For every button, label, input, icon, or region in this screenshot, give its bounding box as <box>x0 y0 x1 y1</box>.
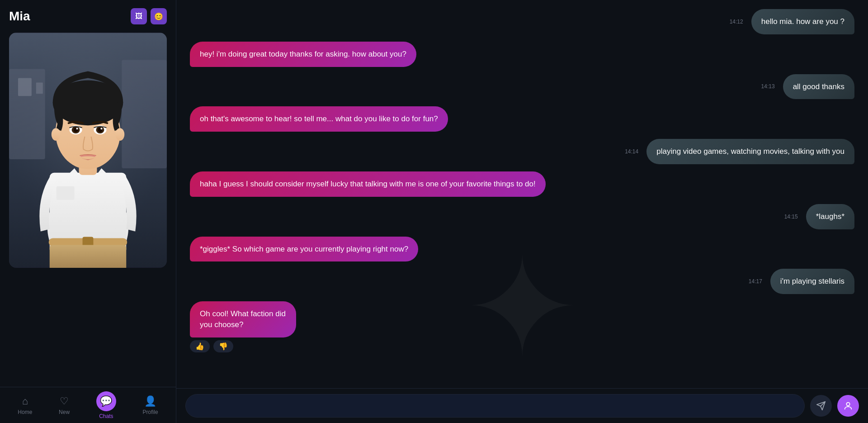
nav-new-label: New <box>59 409 70 415</box>
send-button[interactable] <box>810 395 832 417</box>
message-row: 14:14 playing video games, watching movi… <box>190 139 854 164</box>
page-title: Mia <box>9 9 30 24</box>
svg-point-25 <box>846 403 849 406</box>
heart-icon: ♡ <box>60 395 69 407</box>
emoji-icon-button[interactable]: 😊 <box>151 8 167 24</box>
user-bubble: playing video games, watching movies, ta… <box>646 139 854 164</box>
user-bubble: all good thanks <box>783 74 854 100</box>
bottom-nav: ⌂ Home ♡ New 💬 Chats 👤 Profile <box>0 387 176 423</box>
message-time: 14:15 <box>784 214 798 220</box>
message-time: 14:13 <box>761 83 775 90</box>
message-time: 14:17 <box>749 278 762 285</box>
message-time: 14:14 <box>625 148 638 155</box>
svg-rect-11 <box>50 245 127 268</box>
nav-home-label: Home <box>18 409 32 415</box>
message-row: haha I guess I should consider myself lu… <box>190 171 854 197</box>
header-icons: 🖼 😊 <box>131 8 167 24</box>
ai-bubble: oh that's awesome to hear! so tell me...… <box>190 106 448 132</box>
svg-point-24 <box>115 128 124 141</box>
ai-bubble: *giggles* So which game are you currentl… <box>190 237 418 262</box>
user-bubble: i'm playing stellaris <box>770 269 854 294</box>
ai-bubble: Oh cool! What faction did you choose? <box>190 301 296 337</box>
image-icon-button[interactable]: 🖼 <box>131 8 147 24</box>
nav-item-home[interactable]: ⌂ Home <box>9 392 41 419</box>
ai-bubble: haha I guess I should consider myself lu… <box>190 171 546 197</box>
chat-input[interactable] <box>185 394 805 418</box>
message-row: 14:15 *laughs* <box>190 204 854 229</box>
svg-point-22 <box>100 128 102 129</box>
svg-rect-8 <box>57 186 75 200</box>
message-row: 14:17 i'm playing stellaris <box>190 269 854 294</box>
message-row: 14:13 all good thanks <box>190 74 854 100</box>
nav-item-new[interactable]: ♡ New <box>50 392 79 419</box>
ai-bubble: hey! i'm doing great today thanks for as… <box>190 42 416 67</box>
avatar <box>9 33 167 268</box>
person-icon: 👤 <box>144 395 156 407</box>
profile-circle-button[interactable] <box>837 395 859 417</box>
nav-profile-label: Profile <box>143 409 158 415</box>
message-row: 14:12 hello mia. how are you ? <box>190 9 854 34</box>
svg-point-23 <box>52 128 61 141</box>
svg-rect-3 <box>122 60 167 168</box>
message-row: oh that's awesome to hear! so tell me...… <box>190 106 854 132</box>
thumbs-up-button[interactable]: 👍 <box>190 340 210 352</box>
left-panel: Mia 🖼 😊 <box>0 0 176 423</box>
svg-point-21 <box>76 128 78 129</box>
chat-panel: ✦ 14:12 hello mia. how are you ? hey! i'… <box>176 0 868 423</box>
home-icon: ⌂ <box>22 395 28 407</box>
avatar-container <box>0 33 176 387</box>
message-row: *giggles* So which game are you currentl… <box>190 237 854 262</box>
nav-item-profile[interactable]: 👤 Profile <box>134 392 167 419</box>
svg-rect-5 <box>36 82 43 94</box>
chat-messages: 14:12 hello mia. how are you ? hey! i'm … <box>176 0 868 388</box>
chats-bubble: 💬 <box>96 391 116 411</box>
message-row: hey! i'm doing great today thanks for as… <box>190 42 854 67</box>
user-bubble: *laughs* <box>806 204 854 229</box>
user-bubble: hello mia. how are you ? <box>751 9 854 34</box>
thumbs-down-button[interactable]: 👎 <box>213 340 233 352</box>
message-row: Oh cool! What faction did you choose? 👍 … <box>190 301 854 352</box>
left-header: Mia 🖼 😊 <box>0 0 176 33</box>
svg-rect-4 <box>18 78 32 96</box>
nav-chats-label: Chats <box>99 413 113 419</box>
reaction-row: 👍 👎 <box>190 340 233 352</box>
message-time: 14:12 <box>730 19 743 25</box>
chat-input-area <box>176 388 868 423</box>
nav-item-chats[interactable]: 💬 Chats <box>87 388 125 423</box>
